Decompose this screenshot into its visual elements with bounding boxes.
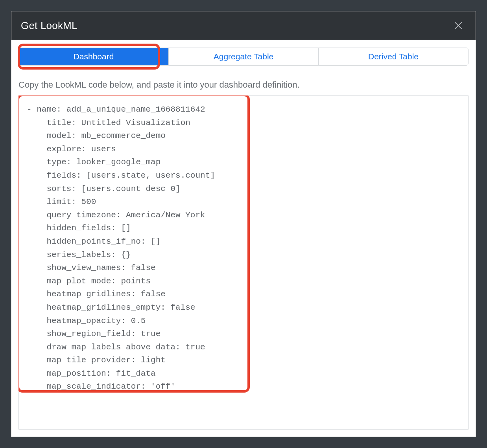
lookml-code-textarea[interactable]	[18, 95, 469, 430]
close-button[interactable]	[452, 19, 465, 32]
tabbar: Dashboard Aggregate Table Derived Table	[18, 48, 469, 66]
modal-header: Get LookML	[11, 11, 476, 40]
tabbar-container: Dashboard Aggregate Table Derived Table	[18, 48, 469, 66]
get-lookml-modal: Get LookML Dashboard Aggregate Table Der…	[11, 11, 476, 437]
tab-dashboard[interactable]: Dashboard	[19, 48, 169, 65]
tab-aggregate-table[interactable]: Aggregate Table	[169, 48, 319, 65]
tab-derived-table[interactable]: Derived Table	[319, 48, 468, 65]
close-icon	[453, 20, 463, 31]
tab-label: Aggregate Table	[214, 52, 274, 61]
modal-body: Dashboard Aggregate Table Derived Table …	[11, 40, 476, 437]
tab-label: Dashboard	[74, 52, 114, 61]
code-container	[18, 95, 469, 430]
tab-label: Derived Table	[368, 52, 419, 61]
modal-title: Get LookML	[21, 20, 77, 32]
instruction-text: Copy the LookML code below, and paste it…	[18, 80, 469, 90]
